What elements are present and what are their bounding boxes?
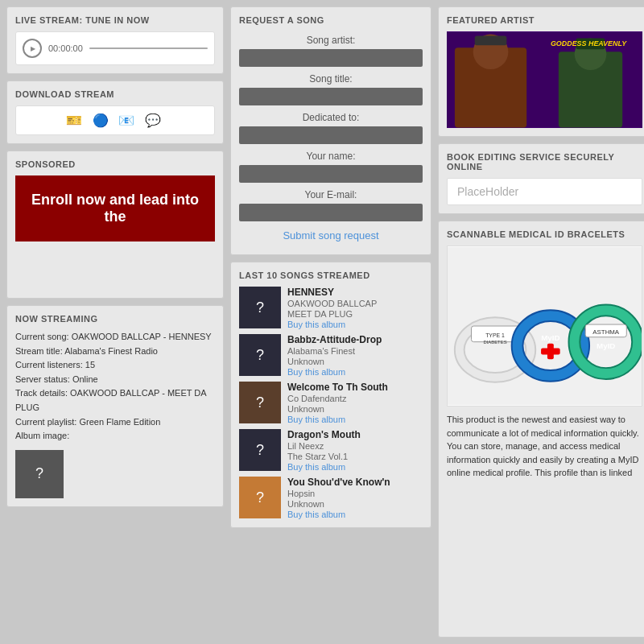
- song-item: ? HENNESY OAKWOOD BALLCAP MEET DA PLUG B…: [239, 287, 423, 329]
- song-item: ? Babbz-Attitude-Drop Alabama's Finest U…: [239, 334, 423, 377]
- now-streaming-content: Current song: OAKWOOD BALLCAP - HENNESY …: [15, 330, 215, 498]
- dedicated-label: Dedicated to:: [239, 112, 423, 123]
- song-buy-link[interactable]: Buy this album: [287, 320, 377, 329]
- song-buy-link[interactable]: Buy this album: [287, 510, 390, 519]
- song-thumb-icon: ?: [256, 394, 264, 411]
- email-label: Your E-mail:: [239, 189, 423, 200]
- bracelets-svg: TYPE 1 DIABETES MyID ASTHMA MyID: [448, 246, 642, 406]
- song-thumb: ?: [239, 287, 281, 328]
- song-thumb-icon: ?: [256, 489, 264, 506]
- song-artist: Lil Neexz: [287, 441, 361, 451]
- song-thumb: ?: [239, 429, 281, 471]
- song-item: ? Dragon's Mouth Lil Neexz The Starz Vol…: [239, 429, 423, 472]
- featured-artist-svg: GODDESS HEAVENLY: [447, 31, 642, 128]
- now-streaming-title: NOW STREAMING: [15, 314, 215, 324]
- book-editing-title: BOOK EDITING SERVICE SECURELY ONLINE: [447, 152, 642, 171]
- media-icon-3[interactable]: 📧: [118, 114, 138, 127]
- song-buy-link[interactable]: Buy this album: [287, 367, 382, 377]
- track-details: Track details: OAKWOOD BALLCAP - MEET DA…: [15, 386, 215, 415]
- download-icons: 🎫 🔵 📧 💬: [15, 105, 215, 135]
- song-album: Unknown: [287, 404, 388, 414]
- svg-text:GODDESS HEAVENLY: GODDESS HEAVENLY: [551, 39, 627, 47]
- artist-input[interactable]: [239, 49, 423, 67]
- name-input[interactable]: [239, 165, 423, 183]
- submit-button[interactable]: Submit song request: [239, 225, 423, 246]
- column-1: LIVE STREAM: TUNE IN NOW 00:00:00 DOWNLO…: [6, 6, 224, 638]
- medical-description: This product is the newest and easiest w…: [447, 413, 642, 480]
- svg-text:TYPE 1: TYPE 1: [485, 332, 505, 338]
- song-artist: OAKWOOD BALLCAP: [287, 299, 377, 308]
- song-album: Unknown: [287, 357, 382, 366]
- now-streaming-panel: NOW STREAMING Current song: OAKWOOD BALL…: [6, 305, 224, 507]
- request-form: Song artist: Song title: Dedicated to: Y…: [239, 31, 423, 246]
- email-input[interactable]: [239, 204, 423, 221]
- dedicated-input[interactable]: [239, 126, 423, 144]
- song-item: ? Welcome To Th South Co Dafendantz Unkn…: [239, 382, 423, 424]
- song-artist: Alabama's Finest: [287, 346, 382, 356]
- song-buy-link[interactable]: Buy this album: [287, 462, 361, 472]
- featured-artist-panel: FEATURED ARTIST GODDESS HEAVENLY: [438, 6, 644, 137]
- album-image-placeholder: ?: [15, 450, 64, 498]
- book-placeholder-text[interactable]: PlaceHolder: [447, 178, 642, 205]
- request-song-panel: REQUEST A SONG Song artist: Song title: …: [230, 6, 431, 255]
- live-stream-title: LIVE STREAM: TUNE IN NOW: [15, 15, 215, 25]
- svg-text:MyID: MyID: [597, 341, 615, 350]
- svg-text:MyID: MyID: [541, 333, 559, 342]
- name-label: Your name:: [239, 151, 423, 162]
- song-info: HENNESY OAKWOOD BALLCAP MEET DA PLUG Buy…: [287, 287, 377, 329]
- song-thumb: ?: [239, 477, 281, 518]
- play-button[interactable]: [23, 39, 42, 58]
- column-3: FEATURED ARTIST GODDESS HEAVENLY BOOK: [438, 6, 644, 638]
- playlist: Current playlist: Green Flame Edition: [15, 415, 215, 430]
- last-10-songs-title: LAST 10 SONGS STREAMED: [239, 270, 423, 280]
- song-buy-link[interactable]: Buy this album: [287, 415, 388, 424]
- album-image-label: Album image:: [15, 429, 215, 444]
- column-2: REQUEST A SONG Song artist: Song title: …: [230, 6, 431, 638]
- song-title: Babbz-Attitude-Drop: [287, 334, 382, 345]
- progress-bar[interactable]: [89, 47, 208, 49]
- svg-rect-18: [547, 344, 554, 360]
- songs-list: ? HENNESY OAKWOOD BALLCAP MEET DA PLUG B…: [239, 287, 423, 519]
- song-title: You Shou'd've Know'n: [287, 477, 390, 488]
- song-album: MEET DA PLUG: [287, 309, 377, 319]
- song-title: Dragon's Mouth: [287, 429, 361, 440]
- song-artist: Hopsin: [287, 489, 390, 498]
- download-stream-panel: DOWNLOAD STREAM 🎫 🔵 📧 💬: [6, 80, 224, 144]
- stream-title: Stream title: Alabama's Finest Radio: [15, 345, 215, 359]
- current-song: Current song: OAKWOOD BALLCAP - HENNESY: [15, 330, 215, 345]
- song-thumb-icon: ?: [256, 299, 264, 316]
- song-thumb: ?: [239, 382, 281, 423]
- song-title: Welcome To Th South: [287, 382, 388, 393]
- live-stream-panel: LIVE STREAM: TUNE IN NOW 00:00:00: [6, 6, 224, 74]
- sponsored-title: SPONSORED: [15, 159, 215, 169]
- song-item: ? You Shou'd've Know'n Hopsin Unknown Bu…: [239, 477, 423, 519]
- svg-text:ASTHMA: ASTHMA: [592, 328, 620, 336]
- book-editing-panel: BOOK EDITING SERVICE SECURELY ONLINE Pla…: [438, 143, 644, 214]
- svg-rect-3: [475, 35, 507, 45]
- song-thumb-icon: ?: [256, 442, 264, 459]
- media-icon-2[interactable]: 🔵: [93, 114, 112, 127]
- song-info: You Shou'd've Know'n Hopsin Unknown Buy …: [287, 477, 390, 519]
- title-input[interactable]: [239, 88, 423, 105]
- medical-image-area: TYPE 1 DIABETES MyID ASTHMA MyID: [447, 246, 642, 407]
- listeners: Current listeners: 15: [15, 358, 215, 373]
- medical-id-title: SCANNABLE MEDICAL ID BRACELETS: [447, 229, 642, 239]
- song-thumb-icon: ?: [256, 347, 264, 364]
- sponsored-panel: SPONSORED Enroll now and lead into the: [6, 151, 224, 299]
- featured-image: GODDESS HEAVENLY: [447, 31, 642, 128]
- song-info: Welcome To Th South Co Dafendantz Unknow…: [287, 382, 388, 424]
- server-status: Server status: Online: [15, 373, 215, 387]
- last-10-songs-panel: LAST 10 SONGS STREAMED ? HENNESY OAKWOOD…: [230, 262, 431, 528]
- request-song-title: REQUEST A SONG: [239, 15, 423, 25]
- media-icon-1[interactable]: 🎫: [66, 114, 85, 127]
- song-artist: Co Dafendantz: [287, 394, 388, 403]
- songs-container: ? HENNESY OAKWOOD BALLCAP MEET DA PLUG B…: [239, 287, 423, 519]
- sponsored-banner[interactable]: Enroll now and lead into the: [15, 175, 215, 242]
- song-info: Babbz-Attitude-Drop Alabama's Finest Unk…: [287, 334, 382, 377]
- song-album: The Starz Vol.1: [287, 452, 361, 461]
- media-icon-4[interactable]: 💬: [145, 114, 164, 127]
- song-thumb: ?: [239, 334, 281, 376]
- time-display: 00:00:00: [48, 43, 83, 53]
- download-stream-title: DOWNLOAD STREAM: [15, 89, 215, 99]
- medical-id-panel: SCANNABLE MEDICAL ID BRACELETS TYPE 1 DI…: [438, 221, 644, 638]
